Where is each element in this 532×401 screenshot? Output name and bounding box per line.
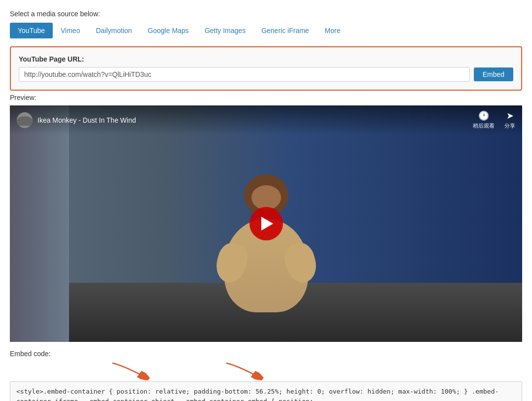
preview-label: Preview: bbox=[10, 94, 522, 101]
embed-button[interactable]: Embed bbox=[474, 67, 513, 81]
video-scene: Ikea Monkey - Dust In The Wind 🕐 稍后观看 ➤ … bbox=[10, 105, 522, 342]
arrows-svg bbox=[10, 361, 522, 380]
url-panel-label: YouTube Page URL: bbox=[19, 55, 513, 63]
embed-code-box[interactable]: <style>.embed-container { position: rela… bbox=[10, 381, 522, 401]
video-title: Ikea Monkey - Dust In The Wind bbox=[37, 116, 473, 124]
play-triangle-icon bbox=[261, 217, 273, 231]
tab-vimeo[interactable]: Vimeo bbox=[53, 23, 88, 38]
youtube-url-input[interactable] bbox=[19, 67, 470, 82]
watch-later-icon: 🕐 bbox=[478, 110, 489, 121]
share-label: 分享 bbox=[504, 122, 515, 130]
watch-later-action[interactable]: 🕐 稍后观看 bbox=[473, 110, 495, 130]
share-action[interactable]: ➤ 分享 bbox=[504, 110, 515, 130]
watch-later-label: 稍后观看 bbox=[473, 122, 495, 130]
embed-code-section: Embed code: <style>.embed-container { po… bbox=[10, 350, 522, 401]
embed-code-label: Embed code: bbox=[10, 350, 522, 358]
video-top-bar: Ikea Monkey - Dust In The Wind 🕐 稍后观看 ➤ … bbox=[10, 105, 522, 134]
media-source-tabs: YouTube Vimeo Dailymotion Google Maps Ge… bbox=[10, 23, 522, 38]
video-actions: 🕐 稍后观看 ➤ 分享 bbox=[473, 110, 515, 130]
tab-generic-iframe[interactable]: Generic iFrame bbox=[253, 23, 317, 38]
tab-more[interactable]: More bbox=[317, 23, 349, 38]
select-source-label: Select a media source below: bbox=[10, 10, 522, 18]
video-left-wall bbox=[10, 105, 69, 342]
arrows-container bbox=[10, 361, 522, 380]
url-input-row: Embed bbox=[19, 67, 513, 82]
tab-dailymotion[interactable]: Dailymotion bbox=[88, 23, 140, 38]
tab-getty-images[interactable]: Getty Images bbox=[197, 23, 253, 38]
tab-youtube[interactable]: YouTube bbox=[10, 23, 53, 38]
tab-google-maps[interactable]: Google Maps bbox=[140, 23, 197, 38]
share-icon: ➤ bbox=[506, 110, 514, 121]
youtube-url-panel: YouTube Page URL: Embed bbox=[10, 46, 522, 91]
play-button[interactable] bbox=[249, 207, 283, 240]
video-preview: Ikea Monkey - Dust In The Wind 🕐 稍后观看 ➤ … bbox=[10, 105, 522, 342]
video-avatar bbox=[17, 112, 33, 128]
